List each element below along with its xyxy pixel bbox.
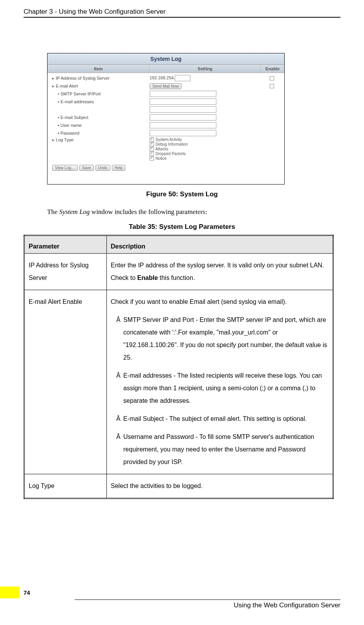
username-input[interactable] bbox=[150, 122, 216, 128]
screenshot-header-row: Item Setting Enable bbox=[48, 65, 284, 73]
desc-text-2: this function. bbox=[158, 274, 195, 281]
table-row: Log Type Select the activities to be log… bbox=[24, 474, 333, 499]
list-text: SMTP Server IP and Port - Enter the SMTP… bbox=[123, 316, 327, 361]
table-row: E-mail Alert Enable Check if you want to… bbox=[24, 290, 333, 474]
intro-prefix: The bbox=[47, 208, 59, 216]
intro-suffix: window includes the following parameters… bbox=[90, 208, 207, 216]
desc-cell: Check if you want to enable Email alert … bbox=[107, 290, 333, 474]
th-item: Item bbox=[48, 65, 150, 73]
cb-label-3: Dropped Packets bbox=[155, 152, 186, 156]
footer: Using the Web Configuration Server 74 bbox=[0, 599, 364, 609]
screenshot-title: System Log bbox=[48, 53, 284, 65]
cb-notice[interactable] bbox=[150, 156, 154, 161]
th-description: Description bbox=[107, 236, 333, 254]
intro-italic: System Log bbox=[59, 208, 90, 216]
yellow-block-icon bbox=[0, 587, 20, 598]
label-username: User name bbox=[51, 123, 150, 128]
list-marker-icon: Â bbox=[116, 413, 123, 425]
logtype-options: System Activity Debug Information Attack… bbox=[150, 137, 262, 161]
cb-label-1: Debug Information bbox=[155, 142, 188, 146]
syslog-ip-prefix: 192.168.254. bbox=[150, 75, 175, 80]
list-text: E-mail Subject - The subject of email al… bbox=[123, 415, 307, 422]
table-caption: Table 35: System Log Parameters bbox=[24, 223, 340, 231]
list-item: ÂE-mail addresses - The listed recipient… bbox=[111, 369, 329, 407]
screenshot-system-log: System Log Item Setting Enable IP Addres… bbox=[47, 53, 285, 185]
label-logtype: Log Type bbox=[51, 137, 150, 143]
intro-text: The System Log window includes the follo… bbox=[47, 208, 340, 216]
cb-label-2: Attacks bbox=[155, 147, 168, 151]
label-password: Password bbox=[51, 131, 150, 135]
param-table: Parameter Description IP Address for Sys… bbox=[24, 235, 334, 499]
list-marker-icon: Â bbox=[116, 314, 123, 326]
help-button[interactable]: Help bbox=[112, 165, 126, 171]
list-marker-icon: Â bbox=[116, 431, 123, 443]
list-item: ÂSMTP Server IP and Port - Enter the SMT… bbox=[111, 314, 329, 364]
undo-button[interactable]: Undo bbox=[95, 165, 110, 171]
send-mail-button[interactable]: Send Mail Now bbox=[150, 83, 181, 89]
th-setting: Setting bbox=[150, 65, 261, 73]
th-parameter: Parameter bbox=[24, 236, 107, 254]
label-syslog-ip: IP Address of Syslog Server bbox=[51, 76, 150, 81]
chapter-header: Chapter 3 - Using the Web Configuration … bbox=[24, 8, 340, 18]
password-input[interactable] bbox=[150, 130, 216, 136]
desc-cell: Enter the IP address of the syslog serve… bbox=[107, 254, 333, 290]
desc-intro: Check if you want to enable Email alert … bbox=[111, 296, 329, 308]
param-cell: IP Address for Syslog Server bbox=[24, 254, 107, 290]
list-text: Username and Password - To fill some SMT… bbox=[123, 433, 314, 465]
page-number: 74 bbox=[20, 589, 30, 596]
addresses-input-2[interactable] bbox=[150, 106, 216, 113]
screenshot-body: IP Address of Syslog Server 192.168.254.… bbox=[48, 73, 284, 184]
smtp-input[interactable] bbox=[150, 91, 216, 97]
syslog-ip-input[interactable] bbox=[175, 75, 190, 81]
email-enable-checkbox[interactable] bbox=[270, 84, 274, 88]
desc-cell: Select the activities to be logged. bbox=[107, 474, 333, 499]
figure-caption: Figure 50: System Log bbox=[24, 190, 340, 198]
desc-bold: Enable bbox=[137, 274, 158, 281]
th-enable: Enable bbox=[261, 65, 284, 73]
list-text: E-mail addresses - The listed recipients… bbox=[123, 372, 322, 404]
list-marker-icon: Â bbox=[116, 369, 123, 382]
page-number-box: 74 bbox=[0, 587, 30, 598]
cb-label-0: System Activity bbox=[155, 137, 182, 142]
save-button[interactable]: Save bbox=[79, 165, 94, 171]
setting-syslog-ip: 192.168.254. bbox=[150, 75, 262, 81]
list-item: ÂE-mail Subject - The subject of email a… bbox=[111, 413, 329, 425]
label-email-alert: E-mail Alert bbox=[51, 84, 150, 89]
param-cell: Log Type bbox=[24, 474, 107, 499]
subject-input[interactable] bbox=[150, 114, 216, 121]
footer-text: Using the Web Configuration Server bbox=[0, 600, 364, 609]
syslog-enable-checkbox[interactable] bbox=[270, 76, 274, 80]
param-cell: E-mail Alert Enable bbox=[24, 290, 107, 474]
list-item: ÂUsername and Password - To fill some SM… bbox=[111, 431, 329, 468]
label-smtp: SMTP Server IP/Port bbox=[51, 91, 150, 96]
label-subject: E-mail Subject bbox=[51, 115, 150, 120]
desc-list: ÂSMTP Server IP and Port - Enter the SMT… bbox=[111, 314, 329, 468]
table-row: IP Address for Syslog Server Enter the I… bbox=[24, 254, 333, 290]
cb-label-4: Notice bbox=[155, 156, 166, 161]
label-addresses: E-mail addresses bbox=[51, 99, 150, 104]
addresses-input[interactable] bbox=[150, 99, 216, 105]
screenshot-button-row: View Log… Save Undo Help bbox=[51, 162, 281, 183]
view-log-button[interactable]: View Log… bbox=[52, 165, 78, 171]
